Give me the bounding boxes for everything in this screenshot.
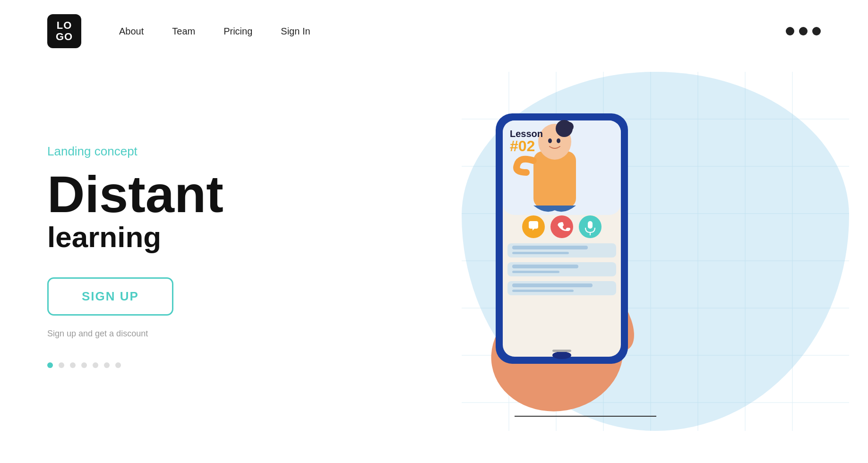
hero-illustration: Lesson #02 — [293, 62, 821, 440]
svg-rect-46 — [507, 281, 616, 295]
svg-rect-49 — [552, 350, 571, 352]
svg-rect-43 — [507, 262, 616, 276]
svg-point-32 — [557, 138, 560, 143]
pag-dot-6[interactable] — [104, 362, 110, 368]
dot-2 — [799, 27, 808, 35]
svg-rect-42 — [512, 252, 569, 254]
svg-point-31 — [548, 138, 552, 143]
pagination — [47, 362, 293, 368]
phone-illustration-container: Lesson #02 — [425, 90, 689, 422]
svg-rect-40 — [507, 243, 616, 257]
pag-dot-3[interactable] — [70, 362, 76, 368]
main-content: Landing concept Distant learning SIGN UP… — [0, 62, 868, 440]
svg-point-25 — [552, 352, 571, 359]
pag-dot-5[interactable] — [93, 362, 98, 368]
page-header: LO GO About Team Pricing Sign In — [0, 0, 868, 62]
discount-text: Sign up and get a discount — [47, 329, 293, 339]
dot-3 — [812, 27, 821, 35]
svg-text:#02: #02 — [510, 137, 535, 154]
svg-rect-38 — [588, 221, 593, 229]
hero-title-line2: learning — [47, 220, 293, 254]
svg-point-30 — [564, 122, 574, 131]
nav-pricing[interactable]: Pricing — [223, 26, 252, 37]
pag-dot-7[interactable] — [115, 362, 121, 368]
svg-rect-48 — [512, 290, 574, 292]
pag-dot-2[interactable] — [59, 362, 64, 368]
more-options[interactable] — [786, 27, 821, 35]
dot-1 — [786, 27, 794, 35]
nav-signin[interactable]: Sign In — [281, 26, 310, 37]
bottom-line — [515, 416, 656, 417]
nav-team[interactable]: Team — [172, 26, 195, 37]
landing-concept-label: Landing concept — [47, 144, 293, 159]
pag-dot-4[interactable] — [81, 362, 87, 368]
signup-button[interactable]: SIGN UP — [47, 277, 173, 316]
pag-dot-1[interactable] — [47, 362, 53, 368]
phone-svg: Lesson #02 — [425, 90, 689, 420]
logo[interactable]: LO GO — [47, 14, 81, 48]
svg-rect-47 — [512, 283, 593, 287]
hero-left: Landing concept Distant learning SIGN UP… — [47, 135, 293, 368]
nav-about[interactable]: About — [119, 26, 144, 37]
svg-rect-44 — [512, 265, 578, 268]
main-nav: About Team Pricing Sign In — [119, 26, 310, 37]
svg-rect-45 — [512, 271, 559, 273]
svg-rect-41 — [512, 246, 588, 249]
hero-title-line1: Distant — [47, 168, 293, 220]
